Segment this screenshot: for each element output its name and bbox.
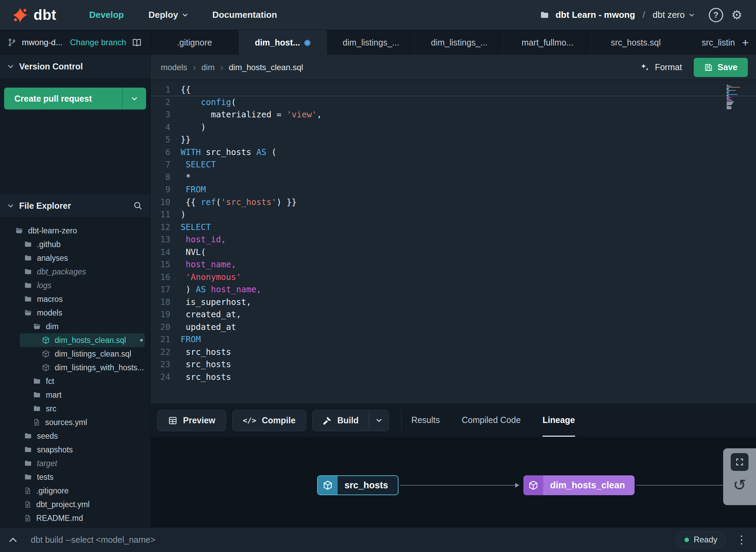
folder-icon: [24, 254, 32, 262]
brand-name: dbt: [34, 7, 56, 23]
file-tree-item[interactable]: tests: [0, 470, 150, 484]
change-branch-link[interactable]: Change branch: [70, 38, 126, 47]
code-line: 19 created_at,: [151, 308, 756, 321]
preview-button[interactable]: Preview: [157, 410, 226, 431]
minimap-bar: [727, 107, 731, 108]
model-cube-icon: [42, 350, 50, 358]
file-tree-item[interactable]: dbt-learn-zero: [0, 224, 150, 238]
file-explorer-header[interactable]: File Explorer: [0, 194, 150, 218]
nav-item-documentation[interactable]: Documentation: [212, 0, 277, 30]
line-number: 22: [151, 346, 181, 359]
editor-tab[interactable]: src_listings.: [680, 30, 735, 55]
file-tree-item[interactable]: mart: [0, 388, 150, 402]
nav-item-deploy[interactable]: Deploy: [148, 0, 188, 30]
version-control-header[interactable]: Version Control: [0, 55, 150, 79]
file-tree-item-label: analyses: [37, 254, 68, 263]
minimap-bar: [727, 98, 729, 99]
line-number: 2: [151, 96, 181, 109]
new-tab-button[interactable]: +: [735, 30, 756, 55]
file-tree-item[interactable]: dim: [0, 320, 150, 333]
line-number: 4: [151, 121, 181, 134]
file-tree-item[interactable]: models: [0, 306, 150, 320]
help-icon[interactable]: ?: [709, 8, 723, 22]
file-tree-item[interactable]: logs: [0, 279, 150, 292]
project-name: dbt Learn - mwong: [556, 10, 635, 20]
chevron-down-icon: [8, 65, 14, 68]
editor-tab[interactable]: dim_host...◉: [239, 30, 327, 55]
file-tree-item[interactable]: .github: [0, 238, 150, 251]
lineage-node[interactable]: src_hosts: [317, 475, 399, 495]
line-number: 9: [151, 183, 181, 196]
line-number: 12: [151, 221, 181, 234]
save-button[interactable]: Save: [694, 58, 748, 77]
create-pull-request-split-button: Create pull request: [4, 88, 146, 110]
chevron-up-icon[interactable]: [9, 537, 17, 542]
minimap-bar: [727, 97, 731, 98]
panel-tab-results[interactable]: Results: [411, 404, 440, 437]
code-text: SELECT: [181, 158, 216, 171]
format-button[interactable]: Format: [640, 62, 682, 73]
file-tree-item[interactable]: sources.yml: [0, 415, 150, 429]
editor-tab[interactable]: dim_listings_...: [327, 30, 415, 55]
file-tree-item[interactable]: analyses: [0, 251, 150, 265]
code-line: 16 'Anonymous': [151, 271, 756, 284]
file-tree-item[interactable]: snapshots: [0, 443, 150, 457]
file-tree-item-label: logs: [37, 281, 51, 290]
editor-tab[interactable]: mart_fullmo...: [504, 30, 592, 55]
file-tree-item[interactable]: seeds: [0, 429, 150, 443]
code-line: 23 src_hosts: [151, 358, 756, 371]
version-control-body: Create pull request: [0, 79, 150, 194]
file-tree-item[interactable]: dim_listings_clean.sql: [0, 347, 150, 361]
file-tree-item[interactable]: src: [0, 402, 150, 415]
editor-tab[interactable]: src_hosts.sql: [592, 30, 680, 55]
build-menu-button[interactable]: [369, 410, 389, 431]
gear-icon[interactable]: ⚙: [731, 8, 742, 22]
minimap-bar: [727, 102, 733, 103]
file-tree-item[interactable]: dim_hosts_clean.sql•: [20, 333, 145, 347]
file-tree-item[interactable]: README.md: [0, 511, 150, 525]
dbt-logo[interactable]: dbt: [12, 7, 56, 23]
code-editor[interactable]: 1{{2 config(3 materialized = 'view',4 )5…: [151, 80, 756, 404]
folder-icon: [24, 446, 32, 454]
kebab-menu-icon[interactable]: ⋮: [736, 533, 747, 546]
file-tree-item-label: fct: [46, 377, 54, 386]
nav-item-develop[interactable]: Develop: [89, 0, 124, 30]
chevron-down-icon: [182, 13, 188, 17]
sidebar: mwong-d... Change branch Version Control…: [0, 30, 151, 527]
create-pull-request-button[interactable]: Create pull request: [4, 88, 122, 110]
file-tree-item[interactable]: macros: [0, 292, 150, 306]
file-tree-item[interactable]: target: [0, 457, 150, 470]
panel-tab-compiled-code[interactable]: Compiled Code: [462, 404, 521, 437]
compile-button[interactable]: </> Compile: [232, 410, 306, 431]
create-pull-request-menu-button[interactable]: [122, 88, 146, 110]
folder-icon: [540, 10, 549, 20]
docs-book-icon[interactable]: [132, 37, 142, 48]
minimap-bar: [727, 96, 729, 97]
line-number: 1: [151, 84, 181, 96]
lineage-node[interactable]: dim_hosts_clean: [523, 475, 635, 495]
editor-tab[interactable]: .gitignore: [151, 30, 239, 55]
search-icon[interactable]: [133, 201, 143, 210]
lineage-canvas: src_hostsdim_hosts_cleandim_listings_wit…: [151, 437, 756, 527]
file-tree-item[interactable]: fct: [0, 374, 150, 388]
reset-view-icon[interactable]: ↺: [733, 477, 746, 493]
file-tree-item[interactable]: dim_listings_with_hosts...: [0, 361, 150, 374]
tab-label: dim_listings_...: [431, 38, 487, 48]
code-text: src_hosts: [181, 358, 231, 371]
dbt-cloud-ide: dbt DevelopDeployDocumentation dbt Learn…: [0, 0, 756, 552]
code-line: 5}}: [151, 133, 756, 146]
file-tree-item[interactable]: dbt_packages: [0, 265, 150, 279]
dbt-logo-icon: [12, 7, 28, 23]
save-floppy-icon: [704, 63, 713, 72]
fullscreen-icon[interactable]: [731, 453, 748, 471]
panel-tab-lineage[interactable]: Lineage: [543, 404, 575, 437]
file-tree-item[interactable]: dbt_project.yml: [0, 498, 150, 511]
file-tree-item[interactable]: .gitignore: [0, 484, 150, 498]
minimap-bar: [727, 93, 729, 94]
file-icon: [24, 487, 31, 495]
code-line: 3 materialized = 'view',: [151, 108, 756, 121]
build-button[interactable]: Build: [312, 410, 369, 431]
environment-selector[interactable]: dbt zero: [653, 10, 694, 20]
editor-tab[interactable]: dim_listings_...: [415, 30, 504, 55]
file-tree-item-label: mart: [46, 390, 62, 400]
